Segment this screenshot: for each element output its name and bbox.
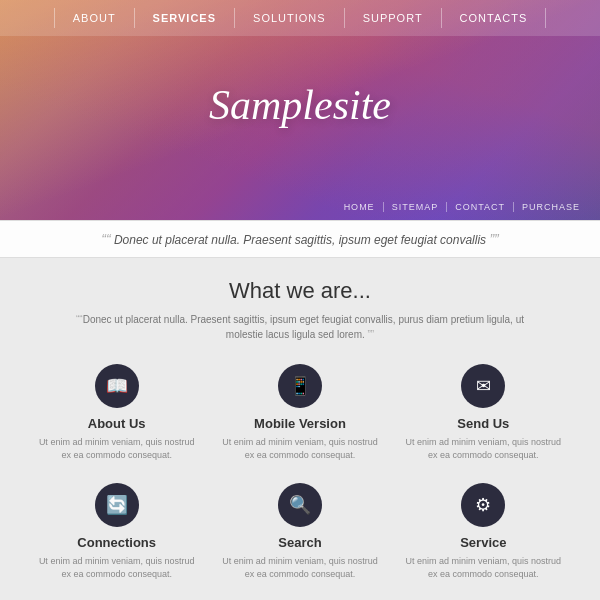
feature-icon-3: 🔄 — [95, 483, 139, 527]
feature-name-2: Send Us — [457, 416, 509, 431]
section-description: Donec ut placerat nulla. Praesent sagitt… — [30, 312, 570, 342]
section-title: What we are... — [30, 278, 570, 304]
feature-name-3: Connections — [77, 535, 156, 550]
hero-link-home[interactable]: HOME — [336, 202, 384, 212]
feature-icon-5: ⚙ — [461, 483, 505, 527]
hero-title: Samplesite — [209, 81, 391, 129]
nav-item-about[interactable]: ABOUT — [54, 8, 135, 28]
feature-icon-2: ✉ — [461, 364, 505, 408]
feature-desc-3: Ut enim ad minim veniam, quis nostrud ex… — [38, 555, 195, 580]
feature-desc-5: Ut enim ad minim veniam, quis nostrud ex… — [405, 555, 562, 580]
feature-desc-2: Ut enim ad minim veniam, quis nostrud ex… — [405, 436, 562, 461]
feature-name-5: Service — [460, 535, 506, 550]
quote-text: Donec ut placerat nulla. Praesent sagitt… — [114, 233, 486, 247]
feature-name-1: Mobile Version — [254, 416, 346, 431]
feature-desc-1: Ut enim ad minim veniam, quis nostrud ex… — [221, 436, 378, 461]
main-content: What we are... Donec ut placerat nulla. … — [0, 258, 600, 600]
feature-desc-0: Ut enim ad minim veniam, quis nostrud ex… — [38, 436, 195, 461]
feature-icon-1: 📱 — [278, 364, 322, 408]
feature-item-connections: 🔄ConnectionsUt enim ad minim veniam, qui… — [30, 479, 203, 588]
top-nav: ABOUTSERVICESSOLUTIONSSUPPORTCONTACTS — [0, 0, 600, 36]
feature-item-search: 🔍SearchUt enim ad minim veniam, quis nos… — [213, 479, 386, 588]
feature-name-0: About Us — [88, 416, 146, 431]
hero-link-sitemap[interactable]: SITEMAP — [384, 202, 448, 212]
hero-links: HOMESITEMAPCONTACTPURCHASE — [336, 202, 588, 212]
quote-banner: Donec ut placerat nulla. Praesent sagitt… — [0, 220, 600, 258]
feature-item-service: ⚙ServiceUt enim ad minim veniam, quis no… — [397, 479, 570, 588]
nav-item-support[interactable]: SUPPORT — [345, 8, 442, 28]
nav-item-services[interactable]: SERVICES — [135, 8, 235, 28]
nav-item-solutions[interactable]: SOLUTIONS — [235, 8, 345, 28]
hero-link-purchase[interactable]: PURCHASE — [514, 202, 588, 212]
nav-item-contacts[interactable]: CONTACTS — [442, 8, 547, 28]
feature-item-about-us: 📖About UsUt enim ad minim veniam, quis n… — [30, 360, 203, 469]
feature-icon-0: 📖 — [95, 364, 139, 408]
feature-desc-4: Ut enim ad minim veniam, quis nostrud ex… — [221, 555, 378, 580]
features-grid: 📖About UsUt enim ad minim veniam, quis n… — [30, 360, 570, 588]
feature-name-4: Search — [278, 535, 321, 550]
feature-item-send-us: ✉Send UsUt enim ad minim veniam, quis no… — [397, 360, 570, 469]
feature-item-mobile-version: 📱Mobile VersionUt enim ad minim veniam, … — [213, 360, 386, 469]
feature-icon-4: 🔍 — [278, 483, 322, 527]
hero-link-contact[interactable]: CONTACT — [447, 202, 514, 212]
